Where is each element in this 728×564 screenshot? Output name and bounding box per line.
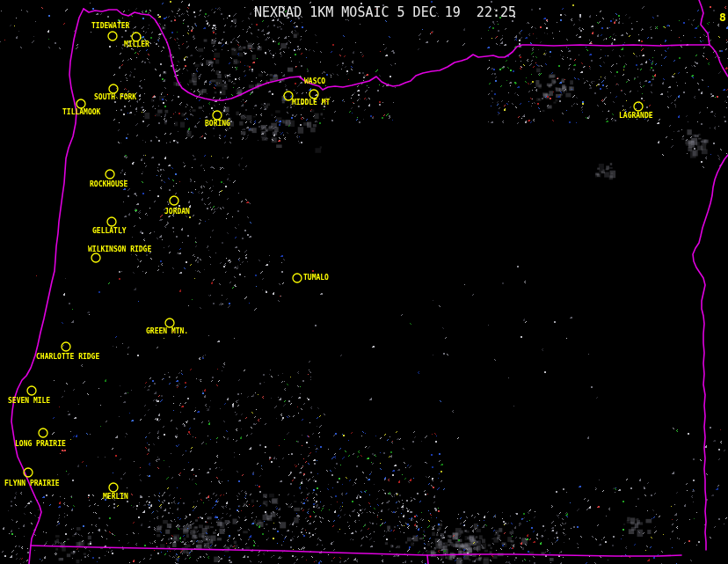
- site-marker: [309, 90, 318, 99]
- site-marker: [91, 253, 100, 262]
- site-marker: [634, 102, 643, 111]
- site-marker: [293, 274, 302, 282]
- site-label: LONG PRAIRIE: [15, 441, 66, 448]
- site-label: GREEN MTN.: [146, 328, 188, 335]
- page-title: NEXRAD 1KM MOSAIC 5 DEC 19 22:25: [254, 5, 516, 19]
- site-marker: [213, 111, 222, 120]
- edge-partial-label: 8: [719, 11, 726, 23]
- site-label: TIDEWATER: [91, 23, 129, 30]
- site-marker: [109, 483, 118, 492]
- site-label: CHARLOTTE RIDGE: [36, 354, 99, 361]
- site-label: MERLIN: [103, 494, 128, 501]
- site-marker: [108, 32, 117, 40]
- site-label: MILLER: [124, 41, 149, 48]
- site-label: TILLAMOOK: [62, 109, 100, 116]
- boundary-snake-main: [693, 155, 728, 550]
- site-marker: [170, 196, 178, 205]
- site-label: ROCKHOUSE: [90, 181, 127, 188]
- site-label: MIDDLE MT: [292, 99, 330, 106]
- site-label: BORING: [205, 121, 230, 128]
- site-marker: [39, 428, 47, 437]
- site-label: SEVEN MILE: [8, 398, 50, 405]
- site-label: SOUTH FORK: [94, 94, 136, 101]
- site-marker: [109, 84, 118, 93]
- site-label: JORDAN: [164, 209, 190, 216]
- radar-display: TIDEWATERMILLERSOUTH FORKTILLAMOOKWASCOM…: [0, 0, 728, 564]
- map-overlay: [0, 0, 728, 564]
- site-label: FLYNN PRAIRIE: [4, 480, 60, 487]
- site-label: TUMALO: [303, 275, 329, 282]
- site-marker: [62, 342, 70, 351]
- boundary-snake-upper: [710, 45, 728, 77]
- site-label: LAGRANDE: [619, 113, 653, 120]
- site-marker: [27, 386, 36, 395]
- boundary-ca-nv-tick: [427, 555, 428, 564]
- site-label: GELLATLY: [92, 228, 127, 235]
- boundary-wa-id: [699, 0, 710, 45]
- site-marker: [76, 99, 85, 108]
- site-marker: [107, 217, 116, 226]
- site-marker: [106, 170, 114, 179]
- site-label: WASCO: [304, 78, 325, 85]
- site-label: WILKINSON RIDGE: [88, 246, 151, 253]
- boundary-south-42n: [31, 546, 681, 556]
- site-marker: [165, 319, 174, 327]
- boundary-columbia-top: [84, 9, 710, 100]
